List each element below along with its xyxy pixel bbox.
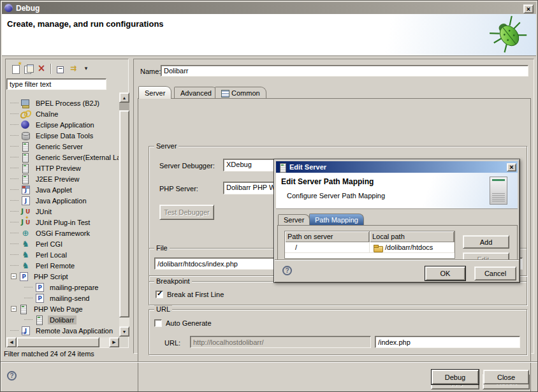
window-close-button[interactable]: × <box>523 4 534 13</box>
dialog-subheading: Configure Server Path Mapping <box>287 192 385 200</box>
table-row[interactable]: //dolibarr/htdocs <box>285 242 454 253</box>
tree-vertical-scrollbar[interactable]: ▲ ▼ <box>119 92 129 337</box>
tree-guide <box>10 200 18 201</box>
delete-toolbar-button[interactable] <box>35 63 48 75</box>
auto-generate-checkbox[interactable] <box>154 319 162 327</box>
tree-item[interactable]: OSGi Framework <box>6 228 119 238</box>
tree-item-label: HTTP Preview <box>34 164 83 173</box>
collapse-expander-icon[interactable]: − <box>11 273 17 279</box>
tree-horizontal-scrollbar[interactable]: ◀ ▶ <box>6 337 119 347</box>
tab-server-label: Server <box>145 89 165 97</box>
tree-item[interactable]: mailing-send <box>6 293 119 303</box>
tree-guide <box>10 254 18 255</box>
bug-graphic <box>486 14 532 55</box>
collapse-expander-icon[interactable]: − <box>11 306 17 312</box>
tab-common-label: Common <box>231 89 260 97</box>
collapse-all-toolbar-button[interactable] <box>54 63 67 75</box>
tree-guide <box>10 243 18 244</box>
tree-item[interactable]: Generic Server(External La <box>6 152 119 163</box>
footer-separator <box>1 361 537 363</box>
scroll-up-icon[interactable]: ▲ <box>119 92 129 103</box>
dialog-tab-server[interactable]: Server <box>278 214 310 225</box>
tree-item[interactable]: ✦JUnit Plug-in Test <box>6 217 119 228</box>
tree-item-label: Dolibarr <box>48 316 76 324</box>
break-first-line-checkbox[interactable] <box>156 291 163 298</box>
horizontal-scroll-thumb[interactable] <box>17 337 99 347</box>
eclipse-sphere-icon <box>20 120 31 130</box>
common-tab-icon <box>221 90 229 97</box>
tree-item[interactable]: Dolibarr <box>6 314 119 325</box>
php-icon <box>34 282 45 293</box>
ok-button[interactable]: OK <box>425 266 465 280</box>
dialog-close-button[interactable]: × <box>507 163 516 171</box>
duplicate-toolbar-button[interactable] <box>22 63 35 75</box>
vertical-scroll-thumb[interactable] <box>119 110 129 317</box>
tree-item[interactable]: Java Applet <box>6 184 119 195</box>
tree-item[interactable]: Perl CGI <box>6 238 119 249</box>
tree-item[interactable]: Eclipse Data Tools <box>6 130 119 141</box>
tree-guide <box>24 319 33 320</box>
tree-item[interactable]: Remote Java Application <box>6 325 119 336</box>
scroll-right-icon[interactable]: ▶ <box>109 337 119 347</box>
tree-item[interactable]: −PHP Web Page <box>6 303 119 314</box>
filter-input[interactable] <box>6 78 106 90</box>
server-group-label: Server <box>154 142 178 150</box>
name-input[interactable] <box>161 65 528 76</box>
tree-guide <box>10 124 18 125</box>
tree-item-label: JUnit <box>34 207 54 216</box>
scroll-page-shade <box>119 103 129 110</box>
dialog-heading: Edit Server Path Mapping <box>281 177 374 186</box>
folder-icon <box>374 244 382 251</box>
dialog-tab-server-label: Server <box>284 216 304 224</box>
add-mapping-button[interactable]: Add <box>463 235 509 249</box>
tree-item[interactable]: Eclipse Application <box>6 119 119 130</box>
page-title: Create, manage, and run configurations <box>7 19 164 29</box>
cancel-button[interactable]: Cancel <box>474 266 516 280</box>
tree-item[interactable]: HTTP Preview <box>6 163 119 173</box>
tree-item-label: J2EE Preview <box>34 175 81 184</box>
tree-item[interactable]: Java Application <box>6 195 119 206</box>
tree-item[interactable]: BPEL Process (B2J) <box>6 98 119 108</box>
tree-item[interactable]: Generic Server <box>6 141 119 152</box>
tree-item[interactable]: −PHP Script <box>6 271 119 282</box>
scroll-down-icon[interactable]: ▼ <box>119 326 129 337</box>
scroll-left-icon[interactable]: ◀ <box>6 337 17 347</box>
help-icon[interactable]: ? <box>7 371 17 381</box>
tab-advanced-label: Advanced <box>180 89 212 97</box>
tree-item-label: JUnit Plug-in Test <box>34 218 92 227</box>
tree-item[interactable]: mailing-prepare <box>6 282 119 293</box>
table-column-header[interactable]: Local path <box>370 231 454 242</box>
filter-toolbar-button[interactable] <box>67 63 80 75</box>
tab-advanced[interactable]: Advanced <box>174 87 218 99</box>
tree-guide <box>10 157 18 157</box>
url-label: URL: <box>164 339 180 347</box>
url-path-input[interactable] <box>375 336 520 348</box>
dialog-titlebar: Edit Server × <box>276 161 518 173</box>
tree-item[interactable]: Perl Remote <box>6 260 119 271</box>
server-icon <box>20 152 31 163</box>
path-mapping-table[interactable]: Path on serverLocal path//dolibarr/htdoc… <box>284 231 455 259</box>
new-config-toolbar-button[interactable] <box>10 63 22 75</box>
tree-item-label: Generic Server <box>34 142 85 151</box>
toolbar-separator <box>50 64 52 74</box>
perl-icon <box>20 239 31 249</box>
tab-server[interactable]: Server <box>138 86 171 99</box>
menu-dropdown-toolbar-button[interactable] <box>80 63 92 75</box>
filter-status-text: Filter matched 24 of 24 items <box>4 350 94 358</box>
edit-server-dialog: Edit Server × Edit Server Path Mapping C… <box>273 159 520 283</box>
debug-button[interactable]: Debug <box>432 370 479 384</box>
tree-item[interactable]: JUnit <box>6 206 119 217</box>
new-config-icon <box>11 64 21 74</box>
tree-item[interactable]: Perl Local <box>6 249 119 260</box>
tab-common[interactable]: Common <box>215 87 266 99</box>
table-column-header[interactable]: Path on server <box>285 231 370 242</box>
debug-configurations-window: Debug × Create, manage, and run configur… <box>0 0 538 392</box>
tree-item[interactable]: Chaîne <box>6 108 119 119</box>
break-first-line-label: Break at First Line <box>167 291 224 298</box>
server-icon <box>20 174 31 184</box>
php-icon <box>18 272 29 282</box>
dialog-help-icon[interactable]: ? <box>282 266 292 275</box>
tree-item[interactable]: J2EE Preview <box>6 173 119 184</box>
dialog-tab-path-mapping[interactable]: Path Mapping <box>309 214 364 225</box>
close-button[interactable]: Close <box>483 370 529 384</box>
